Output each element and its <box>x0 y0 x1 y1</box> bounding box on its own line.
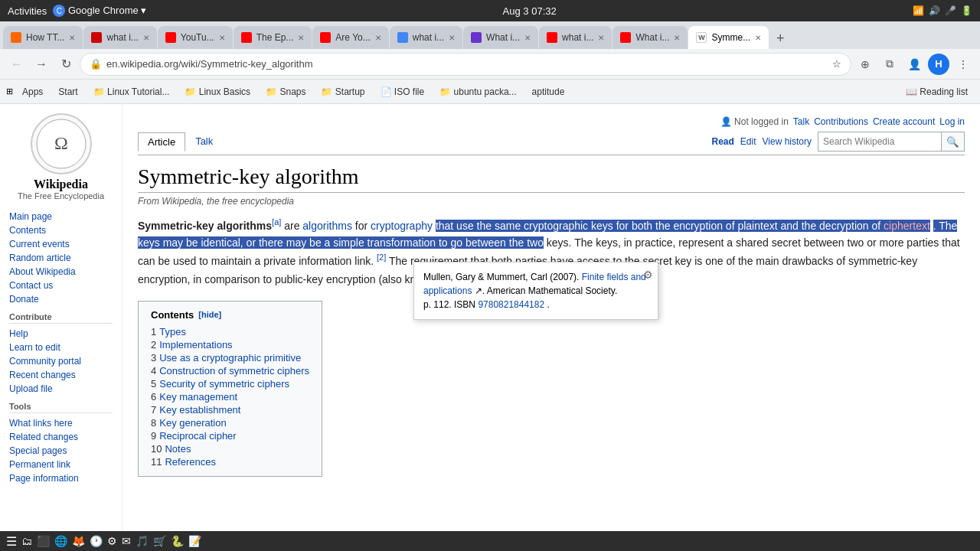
tab-close-1[interactable]: ✕ <box>69 34 75 42</box>
link-algorithms[interactable]: algorithms <box>302 220 352 232</box>
tooltip-gear-icon[interactable]: ⚙ <box>643 267 653 283</box>
sidebar-link-contents[interactable]: Contents <box>9 223 113 237</box>
sidebar-link-upload-file[interactable]: Upload file <box>9 382 113 396</box>
bookmark-linux-basics[interactable]: 📁 Linux Basics <box>178 84 256 99</box>
tab-close-3[interactable]: ✕ <box>219 34 225 42</box>
bookmark-linux-tutorial[interactable]: 📁 Linux Tutorial... <box>87 84 176 99</box>
contents-link-9[interactable]: Reciprocal cipher <box>159 430 236 442</box>
tab-9[interactable]: What i... ✕ <box>612 26 688 49</box>
tab-close-2[interactable]: ✕ <box>143 34 149 42</box>
menu-button[interactable]: ⋮ <box>952 54 974 75</box>
sidebar-link-help[interactable]: Help <box>9 327 113 341</box>
taskbar-music[interactable]: 🎵 <box>136 535 149 547</box>
back-button[interactable]: ← <box>6 54 28 75</box>
sidebar-link-recent-changes[interactable]: Recent changes <box>9 368 113 382</box>
tab-close-10[interactable]: ✕ <box>755 34 761 42</box>
contributions-link[interactable]: Contributions <box>814 116 868 127</box>
tab-1[interactable]: How TT... ✕ <box>3 26 83 49</box>
taskbar-browser[interactable]: 🌐 <box>54 535 67 547</box>
bookmark-iso[interactable]: 📄 ISO file <box>374 84 431 99</box>
taskbar-settings[interactable]: ⚙ <box>107 535 117 547</box>
tooltip-isbn-link[interactable]: 9780821844182 <box>478 299 544 310</box>
taskbar-store[interactable]: 🛒 <box>153 535 166 547</box>
view-history-link[interactable]: View history <box>763 136 812 147</box>
sidebar-link-contact-us[interactable]: Contact us <box>9 279 113 292</box>
contents-link-6[interactable]: Key management <box>159 391 237 403</box>
tab-close-6[interactable]: ✕ <box>449 34 455 42</box>
taskbar-files[interactable]: 🗂 <box>21 535 32 547</box>
os-activities[interactable]: Activities <box>8 5 47 17</box>
tab-10[interactable]: W Symme... ✕ <box>688 26 769 49</box>
tab-6[interactable]: what i... ✕ <box>390 26 462 49</box>
contents-link-8[interactable]: Key generation <box>159 417 226 429</box>
bookmark-startup[interactable]: 📁 Startup <box>315 84 371 99</box>
contents-hide-button[interactable]: [hide] <box>198 310 221 319</box>
extensions-button[interactable]: ⊕ <box>854 54 876 75</box>
log-in-link[interactable]: Log in <box>939 116 965 127</box>
sidebar-link-page-information[interactable]: Page information <box>9 471 113 485</box>
sidebar-link-related-changes[interactable]: Related changes <box>9 430 113 444</box>
contents-link-3[interactable]: Use as a cryptographic primitive <box>159 352 301 364</box>
taskbar-mail[interactable]: ✉ <box>122 535 131 547</box>
tab-2[interactable]: what i... ✕ <box>83 26 156 49</box>
bookmark-ubuntu[interactable]: 📁 ubuntu packa... <box>433 84 522 99</box>
tab-4[interactable]: The Ep... ✕ <box>234 26 312 49</box>
tab-close-9[interactable]: ✕ <box>674 34 680 42</box>
sidebar-link-main-page[interactable]: Main page <box>9 210 113 223</box>
tab-8[interactable]: what i... ✕ <box>539 26 612 49</box>
bookmark-start[interactable]: Start <box>52 84 83 99</box>
tab-5[interactable]: Are Yo... ✕ <box>312 26 388 49</box>
sidebar-link-learn-to-edit[interactable]: Learn to edit <box>9 341 113 354</box>
contents-link-5[interactable]: Security of symmetric ciphers <box>159 378 289 390</box>
sidebar-link-donate[interactable]: Donate <box>9 292 113 306</box>
contents-link-1[interactable]: Types <box>159 326 186 337</box>
contents-link-11[interactable]: References <box>165 456 215 468</box>
tab-close-7[interactable]: ✕ <box>524 34 531 42</box>
sidebar-link-what-links[interactable]: What links here <box>9 416 113 430</box>
tab-close-4[interactable]: ✕ <box>298 34 304 42</box>
forward-button[interactable]: → <box>31 54 52 75</box>
tab-close-5[interactable]: ✕ <box>375 34 381 42</box>
ref-a[interactable]: [a] <box>272 217 281 227</box>
taskbar-python[interactable]: 🐍 <box>171 535 184 547</box>
star-icon[interactable]: ☆ <box>832 58 841 70</box>
link-cryptography[interactable]: cryptography <box>371 220 433 232</box>
new-tab-button[interactable]: + <box>769 28 791 49</box>
tab-3[interactable]: YouTu... ✕ <box>158 26 233 49</box>
address-bar[interactable]: 🔒 en.wikipedia.org/wiki/Symmetric-key_al… <box>80 53 851 76</box>
wiki-search-box[interactable]: 🔍 <box>818 132 965 152</box>
screenshot-button[interactable]: ⧉ <box>879 54 900 75</box>
link-ciphertext[interactable]: ciphertext <box>884 220 930 232</box>
account-button[interactable]: 👤 <box>903 54 925 75</box>
reload-button[interactable]: ↻ <box>55 54 77 75</box>
bookmark-snaps[interactable]: 📁 Snaps <box>260 84 312 99</box>
talk-link[interactable]: Talk <box>793 116 809 127</box>
wiki-search-button[interactable]: 🔍 <box>941 132 964 151</box>
contents-link-2[interactable]: Implementations <box>159 339 232 350</box>
bookmark-apps[interactable]: Apps <box>16 84 49 99</box>
taskbar-terminal[interactable]: ⬛ <box>37 535 50 547</box>
tab-close-8[interactable]: ✕ <box>598 34 604 42</box>
sidebar-link-community-portal[interactable]: Community portal <box>9 354 113 368</box>
wiki-search-input[interactable] <box>818 132 941 151</box>
contents-link-4[interactable]: Construction of symmetric ciphers <box>159 365 309 377</box>
taskbar-menu[interactable]: ☰ <box>6 534 17 549</box>
ref-2[interactable]: [2] <box>377 253 386 262</box>
bookmark-aptitude[interactable]: aptitude <box>526 84 571 99</box>
contents-link-10[interactable]: Notes <box>165 443 191 455</box>
taskbar-clock[interactable]: 🕐 <box>90 535 103 547</box>
sidebar-link-current-events[interactable]: Current events <box>9 237 113 251</box>
contents-link-7[interactable]: Key establishment <box>159 404 240 416</box>
sidebar-link-permanent-link[interactable]: Permanent link <box>9 458 113 471</box>
read-link[interactable]: Read <box>711 136 733 147</box>
taskbar-firefox[interactable]: 🦊 <box>72 535 85 547</box>
create-account-link[interactable]: Create account <box>873 116 935 127</box>
profile-button[interactable]: H <box>928 54 949 75</box>
sidebar-link-special-pages[interactable]: Special pages <box>9 444 113 458</box>
edit-link[interactable]: Edit <box>740 136 756 147</box>
tab-talk[interactable]: Talk <box>185 132 223 151</box>
tab-article[interactable]: Article <box>138 132 185 152</box>
sidebar-link-about-wikipedia[interactable]: About Wikipedia <box>9 265 113 279</box>
taskbar-code[interactable]: 📝 <box>188 535 201 547</box>
bookmark-reading-list[interactable]: 📖 Reading list <box>900 84 974 99</box>
